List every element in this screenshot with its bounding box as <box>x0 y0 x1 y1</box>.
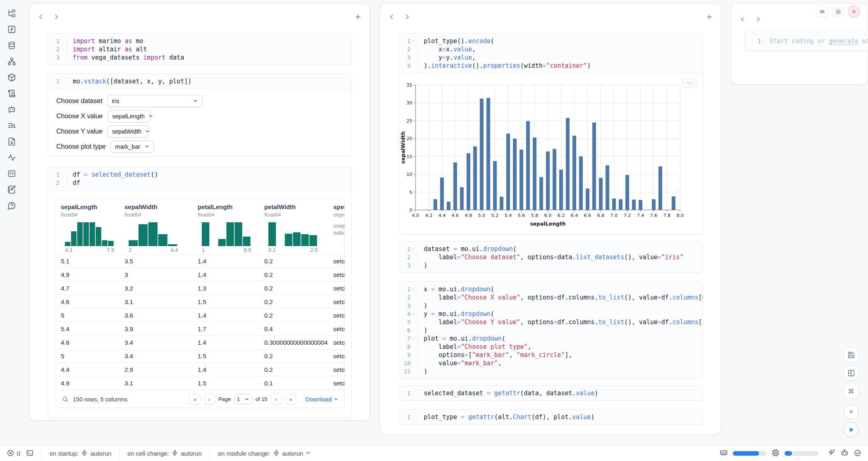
dropdown-value: iris <box>112 98 120 104</box>
code-editor[interactable]: plot_type = getattr(alt.Chart(df), plot.… <box>418 413 703 421</box>
menu-button[interactable] <box>816 5 828 18</box>
next-page-button[interactable]: › <box>271 394 282 405</box>
panel-forward-button[interactable] <box>51 12 61 22</box>
fold-chevron-icon[interactable] <box>411 337 416 341</box>
fold-chevron-icon[interactable] <box>411 287 416 291</box>
fold-chevron-icon[interactable] <box>411 39 416 43</box>
package-icon[interactable] <box>7 72 16 82</box>
file-text-icon[interactable] <box>7 136 16 146</box>
svg-text:6.2: 6.2 <box>557 213 565 218</box>
first-page-button[interactable]: « <box>189 394 201 405</box>
connection-status-icon[interactable] <box>854 449 861 458</box>
add-cell-button[interactable] <box>353 12 363 22</box>
code-editor[interactable]: x = mo.ui.dropdown( label="Choose X valu… <box>418 285 703 376</box>
ai-sparkle-button[interactable] <box>827 449 836 458</box>
svg-text:4.0: 4.0 <box>412 213 419 218</box>
run-button[interactable] <box>844 422 859 437</box>
code-editor[interactable]: df = selected_dataset()df <box>67 171 351 187</box>
fold-chevron-icon[interactable] <box>411 312 416 316</box>
scratch-code-cell[interactable]: 1 Start coding or generate with AI <box>744 30 868 51</box>
table-cell: 4.6 <box>56 339 120 346</box>
code-editor[interactable]: dataset = mo.ui.dropdown( label="Choose … <box>418 245 703 270</box>
on-module-change-setting[interactable]: on module change: autorun <box>218 449 311 458</box>
terminal-button[interactable] <box>26 449 34 458</box>
chart-actions-button[interactable]: ⋯ <box>682 78 697 88</box>
status-bar: 0 on startup: autorun on cell change: au… <box>0 445 868 461</box>
column-header-sepalLength[interactable]: sepalLengthfloat644.37.9 <box>56 203 120 254</box>
settings-gear-button[interactable] <box>832 5 844 18</box>
middle-notebook-panel: 1234plot_type().encode( x=x.value, y=y.v… <box>380 3 721 435</box>
file-tree-icon[interactable] <box>7 8 16 18</box>
layout-button[interactable] <box>844 366 859 380</box>
panel-back-button[interactable] <box>738 14 748 24</box>
page-select[interactable]: 1 <box>234 394 252 404</box>
svg-text:sepalLength: sepalLength <box>530 221 566 227</box>
dropdown-select[interactable]: iris <box>107 95 203 107</box>
activity-icon[interactable] <box>7 152 16 162</box>
table-row: 4.63.41.40.30000000000000004setosa <box>56 335 344 349</box>
bot-chat-icon[interactable] <box>7 104 16 114</box>
column-histogram <box>268 220 318 246</box>
scroll-text-icon[interactable] <box>7 88 16 98</box>
table-cell: 3.2 <box>120 285 193 292</box>
right-scratch-panel: 1 Start coding or generate with AI <box>731 3 868 85</box>
column-header-petalWidth[interactable]: petalWidthfloat640.12.5 <box>259 203 328 254</box>
generate-link[interactable]: generate <box>829 37 859 45</box>
last-page-button[interactable]: » <box>285 394 296 405</box>
table-cell: 1.4 <box>193 258 259 265</box>
line-number: 1 <box>407 285 411 293</box>
panel-back-button[interactable] <box>387 12 397 22</box>
dropdown-select[interactable]: sepalWidth <box>107 125 149 138</box>
lightning-icon <box>81 449 88 458</box>
divider <box>210 449 210 459</box>
close-button[interactable] <box>848 5 860 18</box>
database-icon[interactable] <box>7 40 16 50</box>
on-startup-setting[interactable]: on startup: autorun <box>49 449 111 458</box>
table-cell: 0.2 <box>259 298 328 305</box>
add-cell-button[interactable] <box>704 12 714 22</box>
panel-forward-button[interactable] <box>753 14 763 24</box>
dropdown-value: mark_bar <box>115 143 140 150</box>
panel-back-button[interactable] <box>36 12 46 22</box>
svg-text:20: 20 <box>406 136 412 141</box>
table-cell: 3.5 <box>120 258 193 265</box>
code-editor[interactable]: selected_dataset = getattr(data, dataset… <box>418 389 703 397</box>
interrupt-button[interactable] <box>844 404 859 419</box>
error-count-button[interactable]: 0 <box>7 449 20 458</box>
dropdown-select[interactable]: sepalLength <box>108 110 150 122</box>
column-header-petalLength[interactable]: petalLengthfloat6416.9 <box>193 203 259 254</box>
search-icon[interactable] <box>62 396 69 403</box>
copilot-button[interactable] <box>840 449 849 458</box>
prev-page-button[interactable]: ‹ <box>204 394 215 405</box>
code-editor[interactable]: import marimo as moimport altair as altf… <box>67 37 351 62</box>
notebook-pen-icon[interactable] <box>7 184 16 194</box>
on-cell-change-setting[interactable]: on cell change: autorun <box>127 449 202 458</box>
download-button[interactable]: Download <box>305 396 339 403</box>
column-header-species[interactable]: speciesobjectunique:nulls: <box>328 203 344 254</box>
workflow-icon[interactable] <box>7 56 16 66</box>
svg-text:30: 30 <box>406 100 412 106</box>
dropdown-label: Choose Y value <box>56 128 102 135</box>
table-row: 4.73.21.30.2setosa <box>56 281 344 295</box>
page-label: Page <box>218 396 231 402</box>
table-cell: 0.4 <box>259 325 328 332</box>
chevron-down-icon <box>193 98 198 104</box>
code-cell-plot-type: 1plot_type = getattr(alt.Chart(df), plot… <box>399 409 703 424</box>
svg-text:7.2: 7.2 <box>623 213 631 218</box>
help-bubble-icon[interactable] <box>7 201 16 210</box>
fold-chevron-icon[interactable] <box>411 247 416 251</box>
list-search-icon[interactable] <box>7 120 16 130</box>
dropdown-select[interactable]: mark_bar <box>111 141 154 153</box>
code-snippet-icon[interactable] <box>7 168 16 178</box>
table-cell: 1.5 <box>193 380 259 387</box>
save-button[interactable] <box>844 348 859 362</box>
panel-forward-button[interactable] <box>402 12 412 22</box>
table-cell: 0.2 <box>259 312 328 319</box>
command-palette-button[interactable] <box>844 384 859 399</box>
column-header-sepalWidth[interactable]: sepalWidthfloat6424.4 <box>120 203 193 254</box>
line-number: 1 <box>758 37 761 45</box>
code-editor[interactable]: mo.vstack([dataset, x, y, plot]) <box>67 77 351 85</box>
svg-text:4.4: 4.4 <box>439 213 446 218</box>
function-square-icon[interactable] <box>7 24 16 34</box>
code-editor[interactable]: plot_type().encode( x=x.value, y=y.value… <box>418 37 703 70</box>
